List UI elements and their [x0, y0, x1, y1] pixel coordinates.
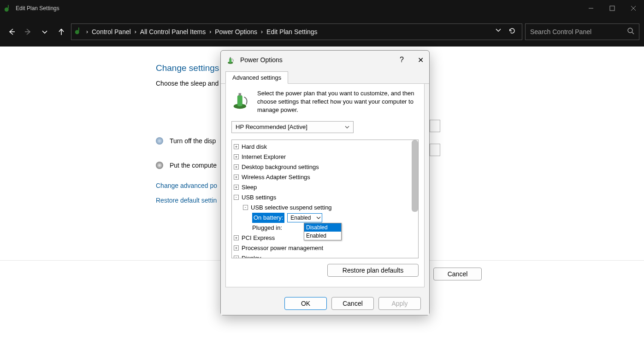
expand-icon[interactable]: + — [234, 144, 239, 149]
tree-node-wireless[interactable]: +Wireless Adapter Settings — [234, 172, 414, 182]
expand-icon[interactable]: + — [234, 175, 239, 180]
chevron-right-icon[interactable]: › — [86, 29, 88, 35]
expand-icon[interactable]: + — [234, 154, 239, 159]
dropdown-menu[interactable]: Disabled Enabled — [304, 223, 342, 240]
help-button[interactable]: ? — [400, 56, 404, 64]
restore-defaults-button[interactable]: Restore plan defaults — [327, 264, 419, 277]
svg-rect-16 — [237, 95, 242, 106]
breadcrumb-icon — [74, 27, 83, 36]
tree-node-on-battery[interactable]: On battery: Enabled — [234, 213, 414, 223]
plugged-in-label: Plugged in: — [252, 223, 282, 233]
collapse-icon[interactable]: - — [243, 205, 248, 210]
display-icon — [156, 137, 163, 145]
apply-button[interactable]: Apply — [378, 297, 421, 310]
breadcrumb[interactable]: › Control Panel › All Control Panel Item… — [71, 23, 522, 40]
dropdown-partial[interactable] — [430, 144, 440, 156]
svg-rect-1 — [8, 5, 9, 8]
sleep-icon — [156, 162, 163, 169]
expand-icon[interactable]: + — [234, 185, 239, 190]
window-title: Edit Plan Settings — [16, 5, 59, 12]
dialog-actions: OK Cancel Apply — [221, 292, 429, 315]
collapse-icon[interactable]: - — [234, 195, 239, 200]
breadcrumb-item[interactable]: All Control Panel Items — [140, 28, 206, 35]
ok-button[interactable]: OK — [284, 297, 327, 310]
cancel-button[interactable]: Cancel — [433, 268, 482, 280]
up-button[interactable] — [54, 25, 68, 39]
battery-icon — [231, 89, 252, 110]
breadcrumb-dropdown[interactable] — [495, 27, 502, 36]
cancel-button[interactable]: Cancel — [331, 297, 374, 310]
tree-node-processor[interactable]: +Processor power management — [234, 243, 414, 253]
dropdown-option-disabled[interactable]: Disabled — [304, 223, 341, 232]
maximize-button[interactable] — [602, 0, 623, 17]
svg-rect-3 — [610, 6, 614, 11]
on-battery-value: Enabled — [290, 213, 311, 223]
expand-icon[interactable]: + — [234, 245, 239, 251]
breadcrumb-item[interactable]: Edit Plan Settings — [266, 28, 318, 35]
settings-tree[interactable]: +Hard disk +Internet Explorer +Desktop b… — [231, 140, 419, 258]
back-button[interactable] — [5, 25, 18, 39]
minimize-button[interactable] — [580, 0, 602, 17]
close-button[interactable] — [623, 0, 644, 17]
expand-icon[interactable]: + — [234, 235, 239, 240]
navigation-bar: › Control Panel › All Control Panel Item… — [0, 17, 644, 47]
battery-icon — [226, 55, 236, 64]
svg-line-11 — [632, 32, 634, 34]
tree-node-usb[interactable]: -USB settings — [234, 192, 414, 203]
power-options-dialog: Power Options ? ✕ Advanced settings Sele… — [220, 50, 430, 315]
setting-label: Turn off the disp — [170, 137, 216, 145]
power-plan-value: HP Recommended [Active] — [236, 123, 307, 130]
search-icon — [627, 27, 634, 36]
tree-node-ie[interactable]: +Internet Explorer — [234, 152, 414, 162]
forward-button[interactable] — [21, 25, 35, 39]
breadcrumb-item[interactable]: Control Panel — [92, 28, 131, 35]
tree-node-sleep[interactable]: +Sleep — [234, 182, 414, 192]
svg-rect-13 — [229, 58, 231, 63]
scrollbar[interactable] — [412, 140, 418, 212]
tree-node-hard-disk[interactable]: +Hard disk — [234, 142, 414, 152]
dropdown-option-enabled[interactable]: Enabled — [304, 232, 341, 240]
on-battery-dropdown[interactable]: Enabled — [287, 213, 322, 222]
dropdown-partial[interactable] — [430, 120, 440, 132]
app-icon — [4, 4, 12, 12]
dialog-title: Power Options — [240, 56, 283, 64]
chevron-down-icon — [345, 125, 349, 129]
search-input[interactable]: Search Control Panel — [525, 23, 639, 40]
chevron-right-icon[interactable]: › — [261, 29, 263, 35]
breadcrumb-item[interactable]: Power Options — [215, 28, 257, 35]
tab-advanced-settings[interactable]: Advanced settings — [225, 71, 288, 84]
tab-strip: Advanced settings — [221, 69, 429, 84]
svg-rect-9 — [78, 28, 79, 31]
expand-icon[interactable]: + — [234, 256, 239, 258]
svg-point-10 — [628, 28, 632, 33]
chevron-right-icon[interactable]: › — [135, 29, 136, 35]
power-plan-dropdown[interactable]: HP Recommended [Active] — [231, 121, 354, 133]
tree-node-display[interactable]: +Display — [234, 253, 414, 258]
svg-rect-17 — [239, 93, 242, 96]
search-placeholder: Search Control Panel — [530, 28, 591, 35]
close-button[interactable]: ✕ — [418, 56, 424, 64]
tab-panel: Select the power plan that you want to c… — [225, 84, 425, 287]
chevron-right-icon[interactable]: › — [209, 29, 211, 35]
on-battery-label: On battery: — [252, 213, 284, 223]
expand-icon[interactable]: + — [234, 164, 239, 169]
chevron-down-icon — [316, 216, 321, 220]
tree-node-desktop-bg[interactable]: +Desktop background settings — [234, 162, 414, 172]
setting-label: Put the compute — [170, 162, 217, 169]
tree-node-usb-suspend[interactable]: -USB selective suspend setting — [234, 203, 414, 213]
dialog-description: Select the power plan that you want to c… — [257, 89, 419, 115]
refresh-button[interactable] — [508, 27, 516, 36]
svg-rect-14 — [230, 57, 231, 58]
dialog-title-bar: Power Options ? ✕ — [221, 51, 429, 69]
window-title-bar: Edit Plan Settings — [0, 0, 644, 17]
history-dropdown[interactable] — [38, 25, 52, 39]
